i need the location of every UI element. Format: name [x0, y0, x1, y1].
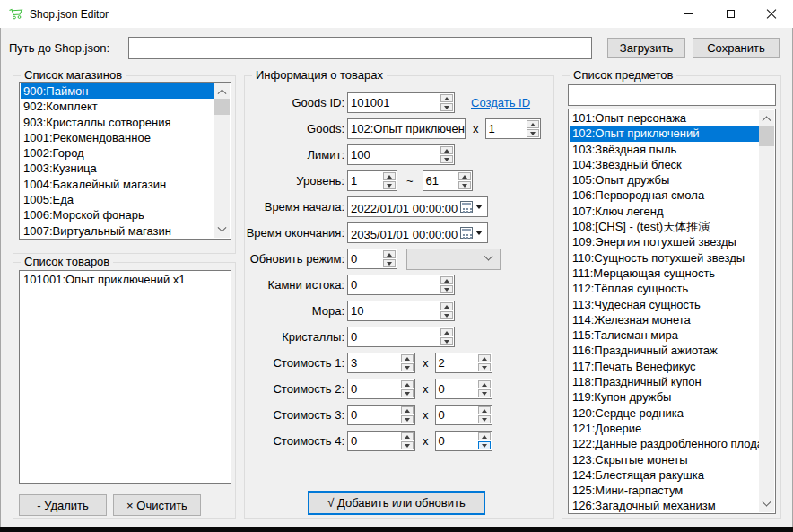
list-item[interactable]: 1004:Бакалейный магазин [21, 177, 214, 192]
mora-value[interactable]: 10 [348, 301, 440, 320]
spin-down-button[interactable] [478, 363, 491, 371]
list-item[interactable]: 101:Опыт персонажа [570, 110, 759, 126]
cost1-count-spinner[interactable]: 2 [435, 353, 492, 373]
list-item[interactable]: 123:Скрытые монеты [570, 452, 759, 467]
cost3-id-spinner[interactable]: 0 [347, 405, 415, 425]
spin-down-button[interactable] [401, 389, 414, 397]
refresh-mode-spinner[interactable]: 0 [347, 249, 397, 269]
spin-up-button[interactable] [401, 406, 414, 414]
goods-value[interactable]: 102:Опыт приключений [348, 119, 465, 138]
list-item[interactable]: 1007:Виртуальный магазин [21, 223, 214, 238]
create-id-link[interactable]: Создать ID [471, 96, 530, 109]
cost1-id-spinner[interactable]: 3 [347, 353, 415, 373]
spin-up-button[interactable] [440, 276, 453, 284]
items-search-input[interactable] [568, 84, 776, 106]
list-item[interactable]: 121:Доверие [570, 421, 759, 436]
shop-list-scrollbar[interactable] [214, 83, 230, 238]
spin-down-button[interactable] [383, 181, 396, 189]
scroll-up-button[interactable] [214, 83, 230, 99]
list-item[interactable]: 108:[CHS] - (test)天体推演 [570, 219, 759, 234]
limit-value[interactable]: 100 [348, 145, 440, 164]
list-item[interactable]: 1005:Еда [21, 192, 214, 207]
crystals-spinner[interactable]: 0 [347, 327, 455, 347]
spin-down-button[interactable] [527, 129, 539, 137]
limit-spinner[interactable]: 100 [347, 144, 455, 165]
list-item[interactable]: 115:Талисман мира [570, 327, 759, 343]
spin-down-button[interactable] [440, 311, 453, 319]
spin-up-button[interactable] [458, 172, 471, 180]
scroll-thumb[interactable] [214, 99, 230, 115]
spin-down-button[interactable] [383, 259, 396, 267]
scroll-down-button[interactable] [759, 497, 774, 512]
list-item[interactable]: 116:Праздничный ажиотаж [570, 343, 759, 358]
cost2-id-value[interactable]: 0 [348, 379, 400, 398]
list-item[interactable]: 104:Звёздный блеск [570, 157, 759, 172]
cost4-id-spinner[interactable]: 0 [347, 431, 415, 451]
spin-down-button[interactable] [401, 441, 414, 449]
mora-spinner[interactable]: 10 [347, 301, 455, 321]
spin-up-button[interactable] [440, 302, 453, 310]
goods-count-value[interactable]: 1 [486, 119, 526, 138]
goods-textbox[interactable]: 102:Опыт приключений [347, 118, 466, 139]
time-start-picker[interactable]: 2022/01/01 00:00:00 [347, 196, 488, 217]
spin-down-button[interactable] [478, 415, 491, 423]
spin-down-button[interactable] [401, 415, 414, 423]
list-item[interactable]: 105:Опыт дружбы [570, 172, 759, 188]
cost2-count-spinner[interactable]: 0 [435, 379, 492, 399]
spin-up-button[interactable] [383, 250, 396, 258]
list-item[interactable]: 107:Ключ легенд [570, 204, 759, 219]
cost3-id-value[interactable]: 0 [348, 406, 400, 424]
items-list-scrollbar[interactable] [759, 110, 774, 512]
time-end-value[interactable]: 2035/01/01 00:00:00 [348, 225, 460, 241]
close-button[interactable] [751, 1, 792, 27]
scroll-up-button[interactable] [759, 110, 774, 126]
level-min-value[interactable]: 1 [348, 171, 382, 190]
list-item[interactable]: 101001:Опыт приключений x1 [21, 272, 230, 287]
list-item[interactable]: 120:Сердце родника [570, 406, 759, 421]
list-item[interactable]: 1003:Кузница [21, 161, 214, 176]
cost4-count-value[interactable]: 0 [436, 432, 477, 450]
path-input[interactable] [128, 37, 592, 59]
crystals-value[interactable]: 0 [348, 327, 440, 346]
spin-up-button[interactable] [383, 172, 396, 180]
scroll-down-button[interactable] [214, 222, 230, 238]
scroll-thumb[interactable] [759, 126, 774, 146]
list-item[interactable]: 122:Данные раздробленного плода [570, 436, 759, 451]
list-item[interactable]: 110:Сущность потухшей звезды [570, 250, 759, 266]
list-item[interactable]: 118:Праздничный купон [570, 374, 759, 389]
dropdown-arrow-icon[interactable] [475, 205, 483, 209]
primogems-spinner[interactable]: 0 [347, 275, 455, 295]
minimize-button[interactable] [668, 1, 710, 27]
spin-up-button[interactable] [440, 328, 453, 336]
list-item[interactable]: 900:Паймон [21, 83, 214, 99]
time-end-picker[interactable]: 2035/01/01 00:00:00 [347, 222, 488, 243]
spin-down-button[interactable] [401, 363, 414, 371]
items-listbox[interactable]: 101:Опыт персонажа102:Опыт приключений10… [568, 109, 776, 514]
spin-up-button[interactable] [527, 120, 539, 128]
goods-count-spinner[interactable]: 1 [485, 118, 541, 139]
level-max-value[interactable]: 61 [423, 171, 458, 190]
list-item[interactable]: 112:Тёплая сущность [570, 281, 759, 296]
spin-up-button[interactable] [401, 380, 414, 388]
cost3-count-value[interactable]: 0 [436, 406, 477, 424]
list-item[interactable]: 126:Загадочный механизм [570, 498, 759, 512]
goods-listbox[interactable]: 101001:Опыт приключений x1 [19, 270, 231, 484]
spin-up-button[interactable] [478, 432, 491, 440]
clear-button[interactable]: × Очистить [113, 494, 201, 516]
list-item[interactable]: 903:Кристаллы сотворения [21, 115, 214, 130]
cost4-count-spinner[interactable]: 0 [435, 431, 492, 451]
spin-up-button[interactable] [478, 406, 491, 414]
list-item[interactable]: 117:Печать Венефикус [570, 359, 759, 374]
goods-id-value[interactable]: 101001 [348, 93, 440, 112]
refresh-mode-value[interactable]: 0 [348, 249, 382, 268]
delete-button[interactable]: - Удалить [19, 494, 107, 516]
list-item[interactable]: 902:Комплект [21, 99, 214, 114]
list-item[interactable]: 103:Звёздная пыль [570, 142, 759, 157]
primogems-value[interactable]: 0 [348, 275, 440, 294]
cost2-count-value[interactable]: 0 [436, 379, 477, 398]
list-item[interactable]: 109:Энергия потухшей звезды [570, 234, 759, 249]
list-item[interactable]: 1002:Город [21, 145, 214, 161]
spin-down-button[interactable] [440, 103, 453, 111]
cost1-id-value[interactable]: 3 [348, 353, 400, 372]
spin-down-button[interactable] [440, 155, 453, 163]
